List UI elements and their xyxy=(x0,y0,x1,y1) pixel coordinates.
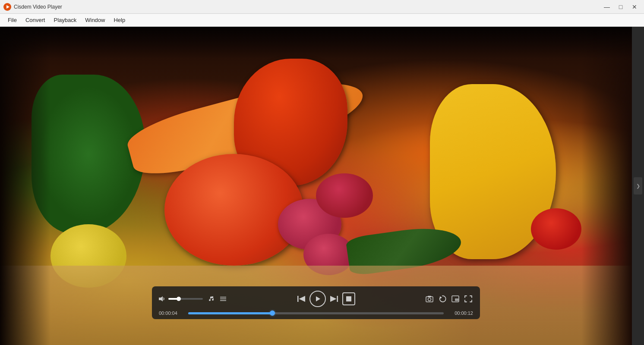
controls-overlay: 00:00:04 00:00:12 xyxy=(152,286,480,319)
controls-left-group xyxy=(159,295,227,303)
chevron-right-icon: ❯ xyxy=(636,183,640,189)
svg-rect-21 xyxy=(455,298,458,301)
progress-fill xyxy=(188,312,272,314)
volume-thumb xyxy=(177,297,181,301)
controls-right-group xyxy=(425,294,473,304)
app-logo xyxy=(3,3,11,11)
screenshot-button[interactable] xyxy=(425,295,434,303)
video-frame: 00:00:04 00:00:12 xyxy=(0,27,632,345)
svg-marker-13 xyxy=(330,296,337,302)
playlist-button[interactable] xyxy=(219,295,227,302)
menu-item-help[interactable]: Help xyxy=(109,15,129,25)
svg-marker-19 xyxy=(440,296,442,299)
svg-point-17 xyxy=(428,298,431,301)
volume-slider[interactable] xyxy=(168,298,203,300)
fullscreen-button[interactable] xyxy=(464,295,473,303)
cherry-tomato-decoration xyxy=(531,208,581,250)
progress-thumb xyxy=(270,310,275,316)
video-area[interactable]: 00:00:04 00:00:12 xyxy=(0,27,632,345)
menu-item-convert[interactable]: Convert xyxy=(21,15,50,25)
volume-control xyxy=(159,296,203,302)
svg-rect-15 xyxy=(346,296,351,301)
progress-row: 00:00:04 00:00:12 xyxy=(159,310,473,316)
stop-button[interactable] xyxy=(342,292,355,305)
current-time-label: 00:00:04 xyxy=(159,310,184,316)
side-panel-toggle[interactable]: ❯ xyxy=(634,177,642,194)
controls-top-row xyxy=(159,291,473,307)
volume-icon[interactable] xyxy=(159,296,166,302)
svg-rect-10 xyxy=(297,296,299,302)
svg-marker-2 xyxy=(159,296,163,301)
maximize-button[interactable]: □ xyxy=(615,3,627,11)
music-button[interactable] xyxy=(207,295,215,303)
menu-item-playback[interactable]: Playback xyxy=(49,15,81,25)
svg-rect-14 xyxy=(337,296,338,302)
radish2-decoration xyxy=(316,173,373,218)
next-button[interactable] xyxy=(329,295,339,303)
progress-bar[interactable] xyxy=(188,312,444,314)
window-controls: — □ ✕ xyxy=(601,3,641,11)
svg-rect-18 xyxy=(428,296,431,297)
previous-button[interactable] xyxy=(297,295,306,303)
total-time-label: 00:00:12 xyxy=(448,310,473,316)
app-title: Cisdem Video Player xyxy=(14,4,601,10)
menu-item-window[interactable]: Window xyxy=(81,15,109,25)
menu-bar: File Convert Playback Window Help xyxy=(0,14,644,27)
minimize-button[interactable]: — xyxy=(601,3,613,11)
controls-center-group xyxy=(297,291,355,307)
dark-top-overlay xyxy=(0,27,632,59)
title-bar: Cisdem Video Player — □ ✕ xyxy=(0,0,644,14)
rotate-button[interactable] xyxy=(438,294,447,304)
svg-marker-11 xyxy=(299,296,306,302)
pip-button[interactable] xyxy=(451,295,460,303)
tomato-decoration xyxy=(164,154,303,265)
close-button[interactable]: ✕ xyxy=(628,3,641,11)
menu-item-file[interactable]: File xyxy=(3,15,21,25)
lettuce-decoration xyxy=(32,75,145,234)
side-panel: ❯ xyxy=(632,27,644,345)
svg-marker-12 xyxy=(316,296,320,301)
play-button[interactable] xyxy=(309,291,326,307)
main-content: 00:00:04 00:00:12 ❯ xyxy=(0,27,644,345)
